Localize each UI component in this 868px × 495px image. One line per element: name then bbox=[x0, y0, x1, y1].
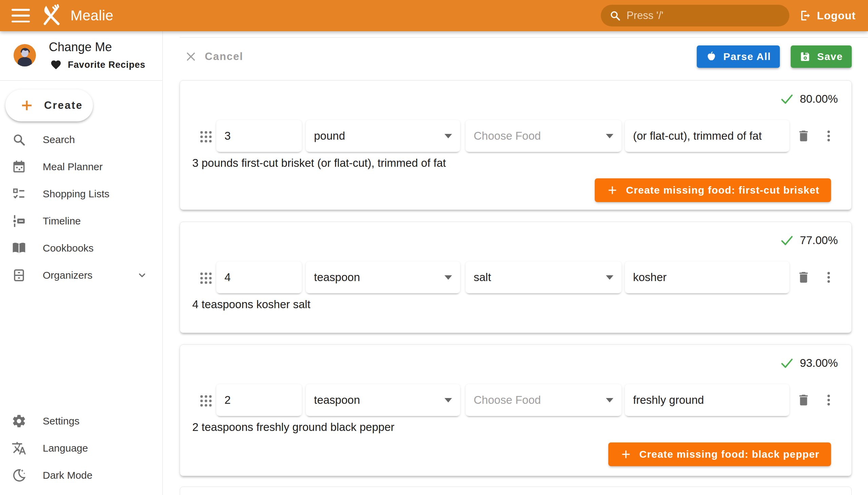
confidence-row: 80.00% bbox=[180, 81, 851, 106]
kebab-menu-icon bbox=[821, 393, 836, 407]
dropdown-caret-icon bbox=[444, 134, 452, 138]
unit-select[interactable]: teaspoon bbox=[306, 261, 460, 293]
sidebar-item-label: Language bbox=[43, 442, 88, 454]
sidebar-item-label: Shopping Lists bbox=[43, 188, 109, 200]
user-block: Change Me Favorite Recipes bbox=[0, 31, 163, 81]
note-input[interactable] bbox=[625, 120, 789, 152]
magnifier-icon bbox=[12, 132, 27, 147]
food-select[interactable]: Choose Food bbox=[465, 384, 622, 416]
unit-select[interactable]: teaspoon bbox=[306, 384, 460, 416]
food-select[interactable]: salt bbox=[465, 261, 622, 293]
quantity-input[interactable] bbox=[216, 384, 302, 416]
search-bar[interactable] bbox=[601, 5, 789, 27]
plus-icon bbox=[606, 184, 618, 196]
trash-icon bbox=[797, 129, 811, 143]
ingredient-parser-page: Cancel Parse All Save 8 bbox=[163, 31, 868, 495]
create-missing-food-button[interactable]: Create missing food: first-cut brisket bbox=[595, 178, 831, 202]
dropdown-caret-icon bbox=[606, 398, 613, 403]
food-select[interactable]: Choose Food bbox=[465, 120, 622, 152]
cabinet-icon bbox=[12, 268, 27, 283]
plus-icon bbox=[20, 98, 34, 113]
avatar[interactable] bbox=[14, 44, 36, 66]
sidebar-item-cookbooks[interactable]: Cookbooks bbox=[0, 235, 163, 262]
cancel-label: Cancel bbox=[205, 51, 243, 63]
more-options-button[interactable] bbox=[820, 392, 837, 408]
note-input[interactable] bbox=[625, 384, 789, 416]
checklist-icon bbox=[12, 186, 27, 201]
unit-select[interactable]: pound bbox=[306, 120, 460, 152]
moon-icon bbox=[12, 468, 27, 483]
heart-icon bbox=[50, 59, 62, 70]
confidence-value: 77.00% bbox=[800, 234, 838, 247]
confidence-value: 93.00% bbox=[800, 357, 838, 370]
menu-icon[interactable] bbox=[12, 9, 30, 22]
unit-value: pound bbox=[314, 130, 345, 142]
delete-button[interactable] bbox=[796, 392, 812, 408]
note-input[interactable] bbox=[625, 261, 789, 293]
mealie-logo-crossed-utensils-icon bbox=[40, 4, 63, 27]
logout-label: Logout bbox=[817, 10, 856, 22]
sidebar-item-search[interactable]: Search bbox=[0, 126, 163, 153]
more-options-button[interactable] bbox=[820, 128, 837, 144]
food-placeholder: Choose Food bbox=[474, 130, 541, 142]
sidebar-item-timeline[interactable]: Timeline bbox=[0, 207, 163, 235]
search-icon bbox=[609, 10, 621, 22]
check-icon bbox=[780, 91, 795, 106]
calendar-icon bbox=[12, 159, 27, 174]
open-book-icon bbox=[12, 241, 27, 256]
save-button[interactable]: Save bbox=[791, 46, 852, 68]
create-missing-food-label: Create missing food: black pepper bbox=[640, 448, 819, 460]
ingredient-fields-row: pound Choose Food bbox=[180, 120, 851, 152]
food-placeholder: Choose Food bbox=[474, 394, 541, 407]
apple-icon bbox=[705, 51, 717, 62]
search-input[interactable] bbox=[627, 10, 781, 22]
sidebar-item-label: Cookbooks bbox=[43, 242, 93, 254]
create-button[interactable]: Create bbox=[5, 89, 93, 121]
save-label: Save bbox=[817, 51, 843, 62]
dropdown-caret-icon bbox=[444, 275, 452, 280]
parse-all-button[interactable]: Parse All bbox=[697, 46, 780, 68]
create-missing-food-label: Create missing food: first-cut brisket bbox=[626, 185, 819, 196]
create-missing-food-button[interactable]: Create missing food: black pepper bbox=[608, 442, 831, 466]
drag-handle-icon[interactable] bbox=[199, 271, 211, 284]
app-title: Mealie bbox=[70, 7, 114, 24]
content-top-divider bbox=[180, 37, 868, 38]
sidebar-item-shopping-lists[interactable]: Shopping Lists bbox=[0, 181, 163, 207]
sidebar: Change Me Favorite Recipes Create Search bbox=[0, 31, 163, 495]
ingredient-card: 77.00% teaspoon salt bbox=[180, 222, 852, 333]
logout-button[interactable]: Logout bbox=[795, 0, 859, 31]
favorite-recipes-label: Favorite Recipes bbox=[68, 60, 146, 70]
dropdown-caret-icon bbox=[444, 398, 452, 403]
sidebar-item-label: Meal Planner bbox=[43, 161, 103, 173]
delete-button[interactable] bbox=[796, 269, 812, 286]
favorite-recipes-link[interactable]: Favorite Recipes bbox=[50, 59, 146, 70]
sidebar-item-organizers[interactable]: Organizers bbox=[0, 262, 163, 289]
quantity-input[interactable] bbox=[216, 120, 302, 152]
more-options-button[interactable] bbox=[820, 269, 837, 286]
sidebar-item-label: Settings bbox=[43, 415, 79, 427]
unit-value: teaspoon bbox=[314, 271, 360, 284]
original-ingredient-text: 4 teaspoons kosher salt bbox=[192, 298, 851, 311]
plus-icon bbox=[620, 448, 632, 460]
app-bar: Mealie Logout bbox=[0, 0, 868, 31]
trash-icon bbox=[797, 393, 811, 407]
sidebar-item-dark-mode[interactable]: Dark Mode bbox=[0, 462, 163, 489]
sidebar-item-settings[interactable]: Settings bbox=[0, 408, 163, 434]
ingredient-card-partial bbox=[180, 487, 852, 495]
drag-handle-icon[interactable] bbox=[199, 130, 211, 142]
create-button-label: Create bbox=[44, 99, 83, 112]
missing-food-row: Create missing food: black pepper bbox=[180, 442, 831, 466]
original-ingredient-text: 2 teaspoons freshly ground black pepper bbox=[192, 421, 851, 433]
ingredient-card: 93.00% teaspoon Choose Food bbox=[180, 344, 852, 476]
delete-button[interactable] bbox=[796, 128, 812, 144]
drag-handle-icon[interactable] bbox=[199, 394, 211, 407]
sidebar-item-language[interactable]: Language bbox=[0, 434, 163, 462]
confidence-value: 80.00% bbox=[800, 92, 838, 105]
avatar-person-icon bbox=[14, 44, 36, 66]
check-icon bbox=[780, 356, 795, 371]
cancel-button[interactable]: Cancel bbox=[185, 50, 243, 63]
quantity-input[interactable] bbox=[216, 261, 302, 293]
sidebar-item-label: Dark Mode bbox=[43, 470, 92, 481]
sidebar-bottom-nav: Settings Language Dark Mode bbox=[0, 408, 163, 489]
sidebar-item-meal-planner[interactable]: Meal Planner bbox=[0, 153, 163, 181]
